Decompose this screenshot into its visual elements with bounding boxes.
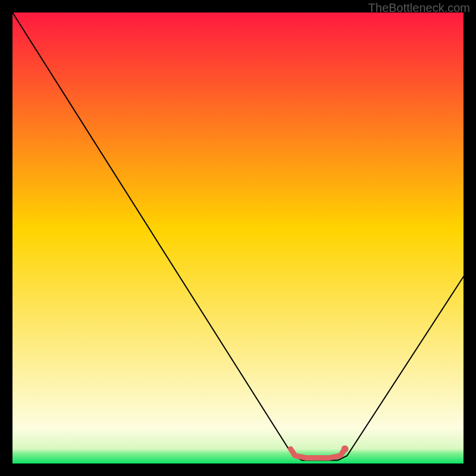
axis-frame-bottom	[0, 464, 476, 476]
trough-highlight-end-dot	[342, 445, 349, 452]
plot-background	[12, 12, 465, 465]
bottleneck-chart	[0, 0, 476, 476]
watermark-text: TheBottleneck.com	[368, 1, 470, 15]
axis-frame-right	[464, 0, 476, 476]
chart-container: TheBottleneck.com	[0, 0, 476, 476]
axis-frame-left	[0, 0, 12, 476]
